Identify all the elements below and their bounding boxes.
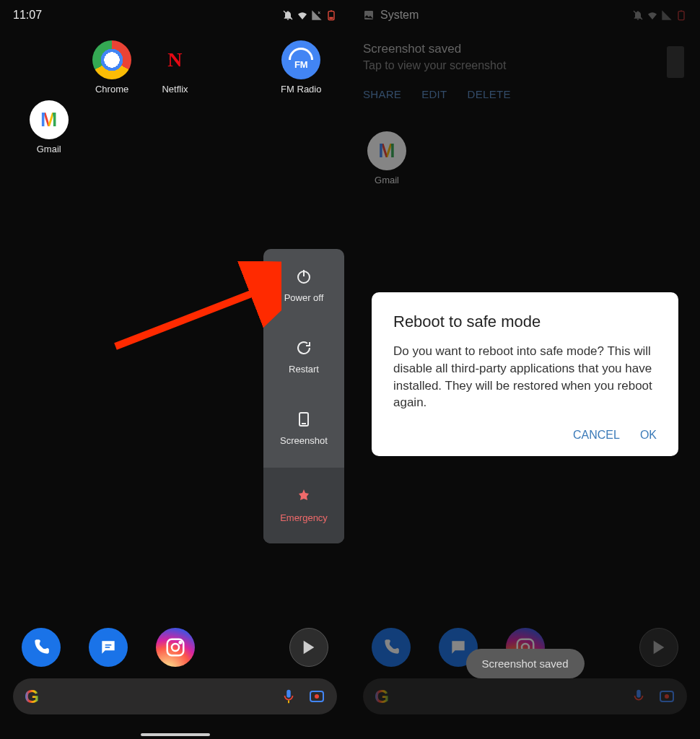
- dock-playstore[interactable]: [639, 628, 678, 667]
- dock-phone[interactable]: [372, 628, 411, 667]
- mic-icon[interactable]: [281, 688, 297, 704]
- screenshot-icon: [295, 411, 312, 428]
- power-off-item[interactable]: Power off: [263, 249, 344, 320]
- power-menu: Power off Restart Screenshot Emergency: [263, 249, 344, 543]
- wifi-icon: [647, 9, 658, 21]
- battery-icon: [325, 9, 337, 21]
- app-gmail[interactable]: Gmail: [367, 131, 406, 185]
- svg-point-26: [665, 694, 669, 699]
- emergency-item[interactable]: Emergency: [263, 468, 344, 543]
- restart-item[interactable]: Restart: [263, 320, 344, 392]
- edit-button[interactable]: EDIT: [421, 88, 447, 100]
- fm-radio-icon: [281, 40, 320, 79]
- nav-handle[interactable]: [141, 733, 210, 736]
- svg-point-13: [172, 644, 179, 651]
- app-grid: Chrome NNetflix FM Radio Gmail: [0, 40, 350, 154]
- dialog-title: Reboot to safe mode: [393, 312, 657, 331]
- app-netflix[interactable]: NNetflix: [144, 40, 206, 95]
- dock-phone[interactable]: [22, 628, 61, 667]
- screenshot-left: 11:07 × Chrome NNetflix FM Radio Gmail P…: [0, 0, 350, 739]
- svg-text:×: ×: [318, 10, 320, 15]
- app-fmradio[interactable]: FM Radio: [270, 40, 333, 95]
- google-logo: G: [375, 686, 389, 708]
- chrome-icon: [92, 40, 131, 79]
- netflix-icon: N: [155, 40, 194, 79]
- svg-rect-4: [329, 17, 333, 19]
- status-app-name: System: [380, 9, 419, 22]
- svg-rect-21: [681, 10, 683, 11]
- search-bar[interactable]: G: [363, 678, 687, 714]
- cancel-button[interactable]: CANCEL: [573, 429, 620, 442]
- ok-button[interactable]: OK: [640, 429, 657, 442]
- play-icon: [301, 639, 317, 655]
- notification[interactable]: Screenshot saved Tap to view your screen…: [363, 42, 687, 100]
- phone-icon: [382, 638, 401, 657]
- google-logo: G: [25, 686, 39, 708]
- app-gmail[interactable]: Gmail: [17, 100, 80, 154]
- emergency-icon: [295, 488, 312, 505]
- screenshot-right: System Screenshot saved Tap to view your…: [350, 0, 700, 739]
- gmail-icon: [30, 100, 69, 139]
- battery-icon: [675, 9, 687, 21]
- toast: Screenshot saved: [465, 649, 584, 678]
- message-icon: [449, 638, 468, 657]
- restart-icon: [295, 339, 312, 357]
- wifi-icon: [297, 9, 308, 21]
- play-icon: [651, 639, 667, 655]
- status-icons: [632, 9, 687, 21]
- dock-messages[interactable]: [89, 628, 128, 667]
- status-icons: ×: [282, 9, 337, 21]
- notification-subtitle: Tap to view your screenshot: [363, 59, 687, 72]
- app-chrome[interactable]: Chrome: [80, 40, 143, 95]
- signal-icon: ×: [311, 9, 323, 21]
- svg-point-14: [179, 642, 181, 644]
- svg-rect-20: [678, 12, 684, 20]
- notification-title: Screenshot saved: [363, 42, 687, 56]
- annotation-arrow-poweroff: [108, 261, 281, 355]
- svg-point-17: [315, 694, 319, 699]
- dialog-body: Do you want to reboot into safe mode? Th…: [393, 343, 657, 411]
- dock-playstore[interactable]: [289, 628, 328, 667]
- signal-icon: [661, 9, 673, 21]
- instagram-icon: [165, 637, 186, 658]
- clock: 11:07: [13, 9, 42, 22]
- notification-thumbnail: [667, 46, 684, 78]
- message-icon: [99, 638, 118, 657]
- image-icon: [363, 9, 375, 21]
- screenshot-item[interactable]: Screenshot: [263, 392, 344, 463]
- dnd-icon: [632, 9, 644, 21]
- svg-rect-3: [331, 10, 333, 11]
- safe-mode-dialog: Reboot to safe mode Do you want to reboo…: [372, 292, 678, 456]
- share-button[interactable]: SHARE: [363, 88, 401, 100]
- svg-line-9: [115, 292, 257, 346]
- search-bar[interactable]: G: [13, 678, 337, 714]
- status-bar: 11:07 ×: [0, 0, 350, 30]
- power-icon: [295, 268, 312, 285]
- gmail-icon: [367, 131, 406, 170]
- delete-button[interactable]: DELETE: [468, 88, 511, 100]
- dock: [0, 628, 350, 667]
- phone-icon: [32, 638, 51, 657]
- status-bar: System: [350, 0, 700, 30]
- dnd-icon: [282, 9, 294, 21]
- lens-icon[interactable]: [658, 688, 675, 705]
- dock-instagram[interactable]: [156, 628, 195, 667]
- lens-icon[interactable]: [308, 688, 325, 705]
- mic-icon[interactable]: [631, 688, 647, 704]
